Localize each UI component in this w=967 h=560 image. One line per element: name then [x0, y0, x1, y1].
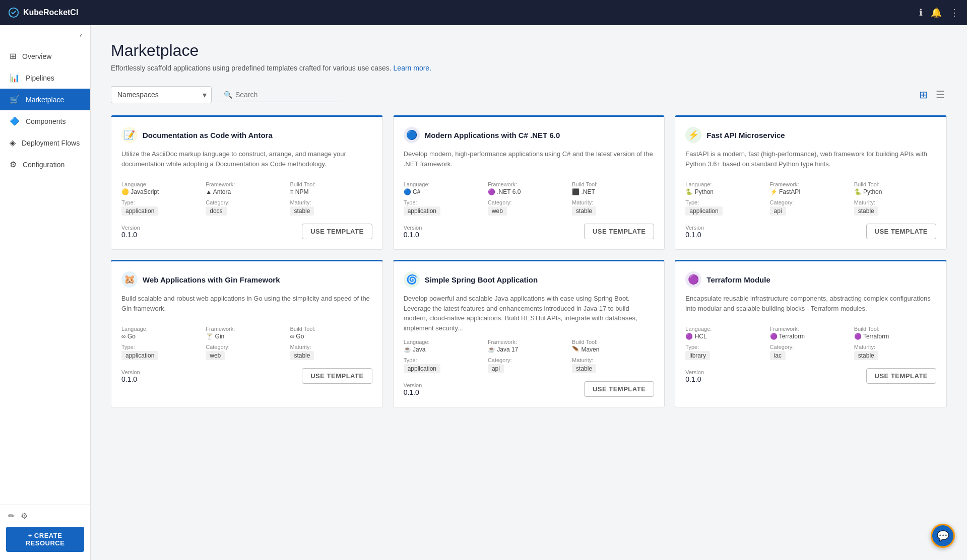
- card-footer: Version 0.1.0 USE TEMPLATE: [404, 224, 655, 239]
- card-version: Version 0.1.0: [685, 369, 704, 383]
- meta-maturity: Maturity: stable: [572, 357, 654, 373]
- card-icon: ⚡: [685, 127, 701, 143]
- meta-maturity-label: Maturity:: [854, 344, 936, 350]
- sidebar-item-components[interactable]: 🔷 Components: [0, 110, 90, 132]
- meta-language-value: 🟣 HCL: [685, 333, 767, 340]
- card-footer: Version 0.1.0 USE TEMPLATE: [685, 224, 936, 239]
- meta-language-label: Language:: [685, 181, 767, 187]
- chat-button[interactable]: 💬: [931, 524, 955, 548]
- sidebar-item-deployment-flows[interactable]: ◈ Deployment Flows: [0, 132, 90, 154]
- app-logo: KubeRocketCI: [8, 7, 919, 18]
- sidebar-item-pipelines[interactable]: 📊 Pipelines: [0, 67, 90, 89]
- card-desc: Utilize the AsciiDoc markup language to …: [121, 149, 372, 175]
- card-meta: Language: 🟡 JavaScript Framework: ▲ Anto…: [121, 181, 372, 216]
- card-title: Terraform Module: [706, 275, 770, 284]
- meta-maturity-label: Maturity:: [290, 344, 372, 350]
- sidebar-item-configuration[interactable]: ⚙ Configuration: [0, 154, 90, 175]
- maturity-tag: stable: [854, 351, 878, 360]
- use-template-button-gin[interactable]: USE TEMPLATE: [302, 368, 372, 384]
- grid-view-button[interactable]: ⊞: [917, 87, 930, 103]
- menu-icon[interactable]: ⋮: [950, 7, 959, 18]
- card-footer: Version 0.1.0 USE TEMPLATE: [685, 368, 936, 384]
- card-footer: Version 0.1.0 USE TEMPLATE: [121, 224, 372, 239]
- type-tag: library: [685, 351, 710, 360]
- meta-language: Language: ∞ Go: [121, 326, 204, 340]
- use-template-button-antora[interactable]: USE TEMPLATE: [302, 224, 372, 239]
- card-dotnet: 🔵 Modern Applications with C# .NET 6.0 D…: [393, 115, 665, 250]
- meta-framework: Framework: 🍸 Gin: [206, 326, 288, 340]
- meta-maturity-label: Maturity:: [572, 199, 654, 205]
- card-desc: Build scalable and robust web applicatio…: [121, 294, 372, 320]
- meta-category-value: web: [206, 351, 288, 360]
- meta-maturity-value: stable: [290, 206, 372, 216]
- card-version: Version 0.1.0: [404, 382, 422, 396]
- meta-framework-value: ▲ Antora: [206, 188, 288, 195]
- meta-category: Category: docs: [206, 199, 288, 216]
- version-label: Version: [685, 225, 704, 231]
- version-value: 0.1.0: [685, 231, 704, 239]
- card-antora: 📝 Documentation as Code with Antora Util…: [111, 115, 383, 250]
- sidebar-collapse-btn[interactable]: ‹: [0, 25, 90, 45]
- card-header: 🌀 Simple Spring Boot Application: [404, 271, 655, 288]
- meta-category: Category: web: [206, 344, 288, 360]
- meta-category-label: Category:: [488, 199, 570, 205]
- type-tag: application: [685, 206, 722, 216]
- meta-type-value: application: [685, 206, 767, 216]
- meta-type-label: Type:: [404, 357, 486, 363]
- sidebar-item-overview[interactable]: ⊞ Overview: [0, 45, 90, 67]
- meta-build-tool: Build Tool: 🐍 Python: [854, 181, 936, 195]
- card-desc: FastAPI is a modern, fast (high-performa…: [685, 149, 936, 175]
- meta-category-label: Category:: [488, 357, 570, 363]
- use-template-button-dotnet[interactable]: USE TEMPLATE: [584, 224, 654, 239]
- version-label: Version: [404, 382, 422, 388]
- namespace-select[interactable]: Namespaces: [111, 86, 212, 103]
- search-icon: 🔍: [224, 91, 232, 99]
- meta-build-tool-value: ∞ Go: [290, 333, 372, 340]
- meta-maturity: Maturity: stable: [854, 344, 936, 360]
- search-input[interactable]: [235, 91, 336, 99]
- create-resource-button[interactable]: + CREATE RESOURCE: [6, 527, 84, 552]
- meta-build-tool-label: Build Tool:: [290, 181, 372, 187]
- topnav-icons: ℹ 🔔 ⋮: [919, 7, 959, 18]
- meta-category-value: api: [770, 206, 852, 216]
- sidebar-item-configuration-label: Configuration: [23, 161, 65, 169]
- meta-build-tool: Build Tool: 🟣 Terraform: [854, 326, 936, 340]
- edit-icon[interactable]: ✏: [8, 511, 15, 521]
- use-template-button-springboot[interactable]: USE TEMPLATE: [584, 381, 654, 397]
- learn-more-link[interactable]: Learn more.: [394, 64, 431, 72]
- notifications-icon[interactable]: 🔔: [931, 7, 942, 18]
- meta-type-value: library: [685, 351, 767, 360]
- meta-language: Language: ☕ Java: [404, 339, 486, 353]
- category-tag: iac: [770, 351, 786, 360]
- meta-type: Type: application: [685, 199, 767, 216]
- view-icons: ⊞ ☰: [917, 87, 947, 103]
- card-title: Fast API Microservice: [706, 131, 785, 139]
- meta-type-label: Type:: [404, 199, 486, 205]
- search-wrapper: 🔍: [220, 88, 341, 102]
- main-content: Marketplace Effortlessly scaffold applic…: [91, 25, 967, 560]
- maturity-tag: stable: [290, 351, 314, 360]
- list-view-button[interactable]: ☰: [934, 87, 947, 103]
- card-title: Modern Applications with C# .NET 6.0: [425, 131, 560, 139]
- settings-icon[interactable]: ⚙: [21, 511, 28, 521]
- meta-framework-value: 🟣 .NET 6.0: [488, 188, 570, 195]
- meta-language-label: Language:: [685, 326, 767, 332]
- pipelines-icon: 📊: [10, 73, 20, 83]
- use-template-button-fastapi[interactable]: USE TEMPLATE: [866, 224, 936, 239]
- meta-category-label: Category:: [770, 344, 852, 350]
- info-icon[interactable]: ℹ: [919, 7, 923, 18]
- sidebar-item-components-label: Components: [26, 117, 66, 125]
- card-icon: 📝: [121, 127, 138, 143]
- meta-category: Category: web: [488, 199, 570, 216]
- sidebar-item-marketplace[interactable]: 🛒 Marketplace: [0, 89, 90, 110]
- app-name: KubeRocketCI: [23, 8, 78, 17]
- page-subtitle: Effortlessly scaffold applications using…: [111, 64, 947, 72]
- use-template-button-terraform[interactable]: USE TEMPLATE: [866, 368, 936, 384]
- meta-maturity-value: stable: [572, 364, 654, 373]
- card-desc: Develop modern, high-performance applica…: [404, 149, 655, 175]
- card-icon: 🐹: [121, 271, 138, 288]
- meta-type: Type: application: [404, 199, 486, 216]
- meta-framework-value: ☕ Java 17: [488, 346, 570, 353]
- meta-maturity-label: Maturity:: [854, 199, 936, 205]
- sidebar-item-deployment-flows-label: Deployment Flows: [22, 139, 80, 147]
